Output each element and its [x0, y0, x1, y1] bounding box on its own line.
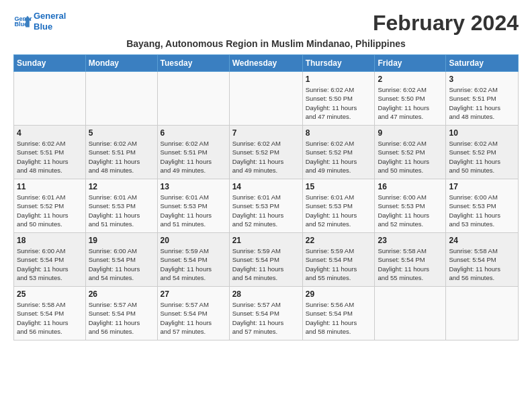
- day-number: 23: [378, 236, 443, 245]
- calendar-cell: 3Sunrise: 6:02 AMSunset: 5:51 PMDaylight…: [446, 72, 519, 126]
- day-info: Sunrise: 6:01 AMSunset: 5:53 PMDaylight:…: [306, 193, 372, 228]
- day-info: Sunrise: 5:59 AMSunset: 5:54 PMDaylight:…: [161, 246, 226, 282]
- day-info: Sunrise: 5:57 AMSunset: 5:54 PMDaylight:…: [232, 300, 300, 336]
- calendar-table: SundayMondayTuesdayWednesdayThursdayFrid…: [13, 54, 519, 340]
- calendar-cell: 5Sunrise: 6:02 AMSunset: 5:51 PMDaylight…: [85, 126, 157, 179]
- day-number: 10: [449, 128, 515, 138]
- day-info: Sunrise: 5:59 AMSunset: 5:54 PMDaylight:…: [306, 246, 372, 282]
- calendar-cell: 24Sunrise: 5:58 AMSunset: 5:54 PMDayligh…: [446, 233, 519, 287]
- day-number: 20: [161, 236, 226, 245]
- calendar-cell: 19Sunrise: 6:00 AMSunset: 5:54 PMDayligh…: [85, 233, 157, 287]
- day-info: Sunrise: 6:02 AMSunset: 5:50 PMDaylight:…: [378, 85, 443, 121]
- day-number: 12: [89, 182, 154, 191]
- calendar-cell: [446, 287, 519, 340]
- weekday-header-wednesday: Wednesday: [229, 55, 302, 72]
- day-number: 15: [306, 182, 372, 191]
- calendar-body: 1Sunrise: 6:02 AMSunset: 5:50 PMDaylight…: [14, 72, 519, 340]
- day-info: Sunrise: 6:00 AMSunset: 5:54 PMDaylight:…: [17, 246, 83, 282]
- calendar-cell: 16Sunrise: 6:00 AMSunset: 5:53 PMDayligh…: [375, 179, 446, 233]
- calendar-cell: 2Sunrise: 6:02 AMSunset: 5:50 PMDaylight…: [375, 72, 446, 126]
- day-number: 17: [449, 182, 515, 191]
- day-info: Sunrise: 5:59 AMSunset: 5:54 PMDaylight:…: [232, 246, 300, 282]
- calendar-cell: 1Sunrise: 6:02 AMSunset: 5:50 PMDaylight…: [302, 72, 375, 126]
- calendar-cell: [14, 72, 86, 126]
- calendar-week-2: 4Sunrise: 6:02 AMSunset: 5:51 PMDaylight…: [14, 126, 519, 179]
- day-number: 9: [378, 128, 443, 138]
- month-title: February 2024: [373, 11, 519, 36]
- calendar-cell: 26Sunrise: 5:57 AMSunset: 5:54 PMDayligh…: [85, 287, 157, 340]
- calendar-week-3: 11Sunrise: 6:01 AMSunset: 5:52 PMDayligh…: [14, 179, 519, 233]
- location-title: Bayang, Autonomous Region in Muslim Mind…: [13, 38, 519, 49]
- day-number: 25: [17, 289, 83, 299]
- calendar-cell: [85, 72, 157, 126]
- calendar-cell: 9Sunrise: 6:02 AMSunset: 5:52 PMDaylight…: [375, 126, 446, 179]
- weekday-header-row: SundayMondayTuesdayWednesdayThursdayFrid…: [14, 55, 519, 72]
- day-info: Sunrise: 6:02 AMSunset: 5:52 PMDaylight:…: [378, 139, 443, 175]
- calendar-cell: 21Sunrise: 5:59 AMSunset: 5:54 PMDayligh…: [229, 233, 302, 287]
- day-number: 28: [232, 289, 300, 299]
- day-info: Sunrise: 6:02 AMSunset: 5:52 PMDaylight:…: [306, 139, 372, 175]
- day-info: Sunrise: 5:58 AMSunset: 5:54 PMDaylight:…: [17, 300, 83, 336]
- day-info: Sunrise: 6:02 AMSunset: 5:52 PMDaylight:…: [232, 139, 300, 175]
- day-info: Sunrise: 6:00 AMSunset: 5:54 PMDaylight:…: [89, 246, 154, 282]
- day-info: Sunrise: 6:02 AMSunset: 5:50 PMDaylight:…: [306, 85, 372, 121]
- calendar-cell: 13Sunrise: 6:01 AMSunset: 5:53 PMDayligh…: [157, 179, 229, 233]
- calendar-cell: 20Sunrise: 5:59 AMSunset: 5:54 PMDayligh…: [157, 233, 229, 287]
- calendar-cell: 15Sunrise: 6:01 AMSunset: 5:53 PMDayligh…: [302, 179, 375, 233]
- day-number: 27: [161, 289, 226, 299]
- weekday-header-saturday: Saturday: [446, 55, 519, 72]
- weekday-header-thursday: Thursday: [302, 55, 375, 72]
- day-number: 19: [89, 236, 154, 245]
- calendar-cell: 27Sunrise: 5:57 AMSunset: 5:54 PMDayligh…: [157, 287, 229, 340]
- day-info: Sunrise: 6:02 AMSunset: 5:51 PMDaylight:…: [89, 139, 154, 175]
- calendar-cell: [375, 287, 446, 340]
- day-number: 24: [449, 236, 515, 245]
- calendar-cell: [229, 72, 302, 126]
- svg-text:Blue: Blue: [14, 21, 28, 28]
- logo: General Blue General Blue: [13, 11, 66, 32]
- day-info: Sunrise: 6:02 AMSunset: 5:51 PMDaylight:…: [17, 139, 83, 175]
- day-number: 3: [449, 75, 515, 84]
- day-info: Sunrise: 5:57 AMSunset: 5:54 PMDaylight:…: [89, 300, 154, 336]
- day-info: Sunrise: 6:02 AMSunset: 5:52 PMDaylight:…: [449, 139, 515, 175]
- calendar-cell: 17Sunrise: 6:00 AMSunset: 5:53 PMDayligh…: [446, 179, 519, 233]
- day-info: Sunrise: 6:02 AMSunset: 5:51 PMDaylight:…: [449, 85, 515, 121]
- calendar-cell: 14Sunrise: 6:01 AMSunset: 5:53 PMDayligh…: [229, 179, 302, 233]
- day-info: Sunrise: 5:58 AMSunset: 5:54 PMDaylight:…: [449, 246, 515, 282]
- day-info: Sunrise: 5:58 AMSunset: 5:54 PMDaylight:…: [378, 246, 443, 282]
- weekday-header-tuesday: Tuesday: [157, 55, 229, 72]
- day-number: 4: [17, 128, 83, 138]
- calendar-week-1: 1Sunrise: 6:02 AMSunset: 5:50 PMDaylight…: [14, 72, 519, 126]
- day-number: 14: [232, 182, 300, 191]
- weekday-header-monday: Monday: [85, 55, 157, 72]
- day-number: 6: [161, 128, 226, 138]
- day-number: 7: [232, 128, 300, 138]
- day-info: Sunrise: 6:02 AMSunset: 5:51 PMDaylight:…: [161, 139, 226, 175]
- weekday-header-sunday: Sunday: [14, 55, 86, 72]
- calendar-cell: 18Sunrise: 6:00 AMSunset: 5:54 PMDayligh…: [14, 233, 86, 287]
- calendar-cell: 6Sunrise: 6:02 AMSunset: 5:51 PMDaylight…: [157, 126, 229, 179]
- calendar-cell: 8Sunrise: 6:02 AMSunset: 5:52 PMDaylight…: [302, 126, 375, 179]
- calendar-cell: [157, 72, 229, 126]
- logo-text: General Blue: [34, 11, 66, 32]
- calendar-cell: 29Sunrise: 5:56 AMSunset: 5:54 PMDayligh…: [302, 287, 375, 340]
- day-number: 8: [306, 128, 372, 138]
- calendar-cell: 7Sunrise: 6:02 AMSunset: 5:52 PMDaylight…: [229, 126, 302, 179]
- day-info: Sunrise: 5:56 AMSunset: 5:54 PMDaylight:…: [306, 300, 372, 336]
- day-info: Sunrise: 6:00 AMSunset: 5:53 PMDaylight:…: [378, 193, 443, 228]
- day-number: 1: [306, 75, 372, 84]
- page-header: General Blue General Blue February 2024: [13, 11, 519, 36]
- calendar-week-5: 25Sunrise: 5:58 AMSunset: 5:54 PMDayligh…: [14, 287, 519, 340]
- calendar-cell: 28Sunrise: 5:57 AMSunset: 5:54 PMDayligh…: [229, 287, 302, 340]
- day-number: 2: [378, 75, 443, 84]
- day-info: Sunrise: 5:57 AMSunset: 5:54 PMDaylight:…: [161, 300, 226, 336]
- logo-line1: General: [34, 11, 66, 21]
- day-info: Sunrise: 6:01 AMSunset: 5:52 PMDaylight:…: [17, 193, 83, 228]
- calendar-cell: 25Sunrise: 5:58 AMSunset: 5:54 PMDayligh…: [14, 287, 86, 340]
- calendar-cell: 22Sunrise: 5:59 AMSunset: 5:54 PMDayligh…: [302, 233, 375, 287]
- calendar-cell: 23Sunrise: 5:58 AMSunset: 5:54 PMDayligh…: [375, 233, 446, 287]
- logo-line2: Blue: [34, 21, 66, 32]
- day-number: 13: [161, 182, 226, 191]
- calendar-cell: 10Sunrise: 6:02 AMSunset: 5:52 PMDayligh…: [446, 126, 519, 179]
- day-number: 16: [378, 182, 443, 191]
